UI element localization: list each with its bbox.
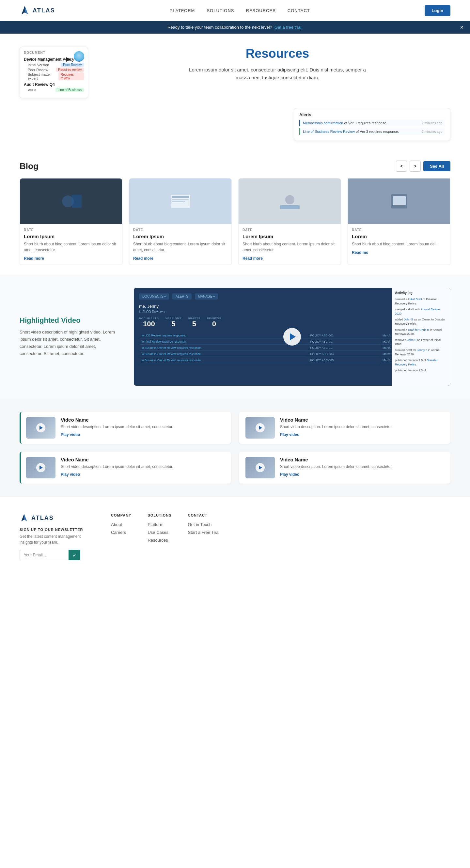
play-icon-3 — [39, 466, 43, 470]
blog-read-more-2[interactable]: Read more — [133, 256, 153, 261]
svg-rect-8 — [172, 199, 189, 200]
newsletter-label: SIGN UP TO OUR NEWSLETTER — [20, 528, 91, 532]
activity-log-title: Activity log — [395, 291, 447, 294]
video-item-4: Video Name Short video description. Lore… — [239, 452, 450, 484]
blog-image-2-graphic — [167, 191, 193, 211]
blog-read-more-3[interactable]: Read more — [243, 256, 263, 261]
svg-marker-17 — [21, 514, 24, 522]
footer-logo: ATLAS — [20, 513, 91, 522]
atlas-logo-icon — [20, 5, 30, 16]
nav-links: PLATFORM SOLUTIONS RESOURCES CONTACT — [170, 8, 310, 13]
dash-stat-documents: DOCUMENTS 100 — [139, 317, 159, 328]
footer-link-start-trial: Start a Free Trial — [188, 530, 220, 535]
video-desc-2: Short video description. Lorem ipsum del… — [280, 424, 393, 430]
video-grid: Video Name Short video description. Lore… — [20, 412, 450, 484]
svg-rect-7 — [172, 196, 189, 198]
play-button-overlay[interactable] — [283, 328, 301, 346]
newsletter-email-input[interactable] — [20, 550, 68, 560]
newsletter-submit-button[interactable]: ✓ — [68, 550, 80, 560]
navbar: ATLAS PLATFORM SOLUTIONS RESOURCES CONTA… — [0, 0, 470, 21]
hero-doc-widget: DOCUMENT Device Management Policy Initia… — [20, 46, 91, 98]
footer-logo-text: ATLAS — [31, 515, 54, 522]
footer-link-platform: Platform — [148, 522, 171, 527]
blog-see-all-button[interactable]: See All — [423, 161, 450, 171]
alert-time-2: 2 minutes ago — [422, 130, 442, 133]
highlight-text: Highlighted Video Short video descriptio… — [20, 316, 118, 357]
footer: ATLAS SIGN UP TO OUR NEWSLETTER Get the … — [0, 497, 470, 570]
footer-link-about: About — [111, 522, 131, 527]
banner-close-button[interactable]: × — [460, 24, 464, 31]
logo[interactable]: ATLAS — [20, 5, 55, 16]
nav-solutions[interactable]: SOLUTIONS — [207, 8, 234, 13]
blog-prev-button[interactable]: < — [396, 160, 407, 172]
activity-item-3: added John S as an Owner to Disaster Rec… — [395, 317, 447, 326]
cursor-icon: ▶ — [66, 56, 71, 63]
blog-read-more-4[interactable]: Read mo — [352, 250, 369, 255]
highlight-section: Highlighted Video Short video descriptio… — [0, 275, 470, 399]
blog-date-2: DATE — [133, 228, 227, 232]
alert-item-2: Line of Business Review Review of Ver 3 … — [299, 128, 445, 135]
blog-card-2-body: DATE Lorem Ipsum Short blurb about blog … — [129, 224, 231, 265]
blog-read-more-1[interactable]: Read more — [24, 256, 44, 261]
nav-contact[interactable]: CONTACT — [287, 8, 310, 13]
dash-alerts-btn[interactable]: ALERTS — [173, 293, 192, 300]
highlight-video-preview: DOCUMENTS ▾ ALERTS MANAGE ▾ me, Jenny it… — [134, 288, 450, 386]
hero-section: DOCUMENT Device Management Policy Initia… — [0, 34, 470, 105]
video-play-4[interactable] — [256, 463, 265, 472]
blog-blurb-1: Short blurb about blog content. Lorem ip… — [24, 241, 118, 253]
play-icon-4 — [259, 466, 262, 470]
activity-item-5: removed John S as Owner of Initial Draft… — [395, 338, 447, 346]
alert-text-1: Membership confirmation of Ver 3 require… — [303, 121, 387, 125]
alert-item-1: Membership confirmation of Ver 3 require… — [299, 120, 445, 126]
video-cta-1[interactable]: Play video — [61, 432, 80, 437]
logo-text: ATLAS — [33, 7, 55, 14]
video-thumb-2 — [245, 417, 275, 439]
svg-rect-15 — [393, 196, 406, 205]
blog-blurb-4: Short blurb about blog content. Lorem ip… — [352, 241, 446, 247]
nav-platform[interactable]: PLATFORM — [170, 8, 195, 13]
video-play-1[interactable] — [36, 423, 45, 432]
doc-sub-1-1: Initial Version Peer Review — [24, 63, 84, 67]
footer-col-contact-heading: CONTACT — [188, 513, 220, 517]
footer-link-get-in-touch: Get in Touch — [188, 522, 220, 527]
footer-link-careers: Careers — [111, 530, 131, 535]
footer-col-contact: CONTACT Get in Touch Start a Free Trial — [188, 513, 220, 545]
alert-time-1: 2 minutes ago — [422, 121, 442, 125]
activity-item-7: published version 2.0 of Disaster Recove… — [395, 358, 447, 367]
video-cta-2[interactable]: Play video — [280, 432, 299, 437]
footer-col-solutions: SOLUTIONS Platform Use Cases Resources — [148, 513, 171, 545]
video-cta-3[interactable]: Play video — [61, 472, 80, 477]
activity-item-8: published version 1.5 of... — [395, 368, 447, 373]
video-thumb-1 — [26, 417, 56, 439]
svg-rect-12 — [280, 205, 300, 209]
doc-item-2-name: Audit Review Q4 — [24, 82, 84, 87]
footer-logo-icon — [20, 513, 29, 522]
video-play-3[interactable] — [36, 463, 45, 472]
dash-stat-reviews: REVIEWS 0 — [207, 317, 221, 328]
video-thumb-4 — [245, 457, 275, 478]
blog-image-3-graphic — [277, 191, 303, 211]
blog-date-3: DATE — [243, 228, 337, 232]
nav-resources[interactable]: RESOURCES — [246, 8, 276, 13]
blog-title: Blog — [20, 161, 38, 171]
login-button[interactable]: Login — [425, 5, 450, 16]
blog-next-button[interactable]: > — [410, 160, 421, 172]
video-cta-4[interactable]: Play video — [280, 472, 299, 477]
hero-content: Resources Lorem ipsum dolor sit amet, co… — [104, 46, 450, 82]
dash-manage-btn[interactable]: MANAGE ▾ — [195, 293, 218, 300]
blog-img-2 — [129, 179, 231, 224]
alerts-box: Alerts Membership confirmation of Ver 3 … — [294, 108, 450, 141]
newsletter-form: ✓ — [20, 550, 91, 560]
svg-point-11 — [285, 195, 294, 204]
banner-cta[interactable]: Get a free trial. — [275, 25, 303, 30]
video-list-section: Video Name Short video description. Lore… — [0, 399, 470, 497]
video-thumb-3 — [26, 457, 56, 478]
blog-header: Blog < > See All — [20, 160, 450, 172]
dash-documents-btn[interactable]: DOCUMENTS ▾ — [139, 293, 169, 300]
video-desc-4: Short video description. Lorem ipsum del… — [280, 464, 393, 470]
blog-img-3 — [239, 179, 341, 224]
video-title-1: Video Name — [61, 417, 173, 423]
footer-col-company: COMPANY About Careers — [111, 513, 131, 545]
checkmark-icon: ✓ — [72, 552, 77, 558]
video-play-2[interactable] — [256, 423, 265, 432]
